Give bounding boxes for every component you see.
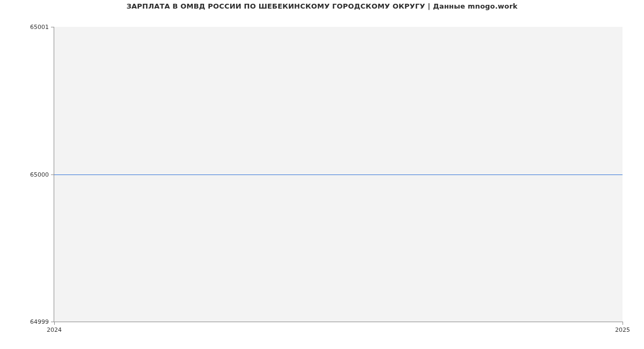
- x-tick: [54, 322, 55, 325]
- x-tick-label: 2025: [615, 326, 630, 333]
- y-tick-label: 64999: [27, 318, 49, 325]
- plot-area: 64999 65000 65001 2024 2025: [54, 27, 623, 322]
- chart-title: ЗАРПЛАТА В ОМВД РОССИИ ПО ШЕБЕКИНСКОМУ Г…: [0, 2, 644, 10]
- y-tick: [51, 27, 54, 27]
- chart-container: ЗАРПЛАТА В ОМВД РОССИИ ПО ШЕБЕКИНСКОМУ Г…: [0, 0, 644, 349]
- y-tick-label: 65001: [27, 24, 49, 31]
- y-tick-label: 65000: [27, 171, 49, 178]
- x-tick-label: 2024: [47, 326, 62, 333]
- x-tick: [623, 322, 623, 325]
- series-line-salary: [54, 174, 623, 175]
